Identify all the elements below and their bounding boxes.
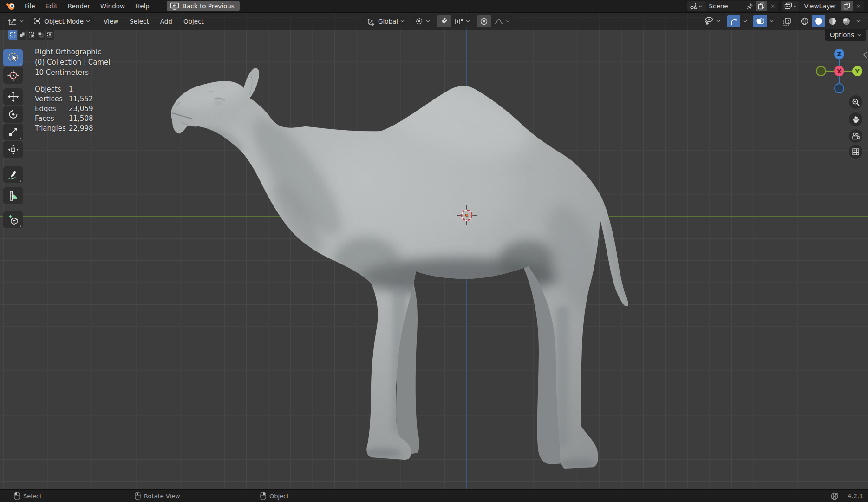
gizmo-axis-y-negative[interactable] — [816, 66, 826, 76]
menu-view[interactable]: View — [98, 18, 124, 25]
menu-object[interactable]: Object — [178, 18, 209, 25]
shading-solid-button[interactable] — [812, 15, 825, 27]
viewlayer-browse-button[interactable] — [782, 1, 799, 11]
zoom-view-button[interactable] — [849, 95, 862, 109]
eye-pointer-icon — [704, 16, 714, 26]
hint-label: Select — [23, 493, 42, 500]
tool-subtools-indicator — [20, 63, 21, 65]
network-offline-icon[interactable] — [830, 492, 839, 501]
shading-settings-chevron-icon[interactable] — [856, 20, 861, 22]
viewlayer-new-button[interactable] — [841, 1, 853, 11]
viewlayer-remove-button[interactable]: ✕ — [853, 3, 864, 10]
snap-increment-icon — [454, 17, 463, 26]
snap-toggle-button[interactable] — [437, 15, 451, 27]
menu-window[interactable]: Window — [95, 0, 130, 12]
topbar: File Edit Render Window Help Back to Pre… — [0, 0, 868, 13]
menu-edit[interactable]: Edit — [40, 0, 63, 12]
stat-faces: Faces 11,508 — [35, 114, 54, 123]
add-cube-tool-icon — [7, 214, 20, 226]
tool-subtools-indicator — [20, 137, 21, 139]
camel-model[interactable] — [0, 13, 868, 489]
viewport-editor-icon — [7, 17, 17, 26]
gizmo-settings-button[interactable] — [741, 15, 750, 27]
mode-selector-value: Object Mode — [44, 18, 84, 25]
scene-new-button[interactable] — [756, 1, 767, 11]
measure-tool-icon — [7, 190, 20, 202]
select-mode-invert[interactable] — [36, 30, 45, 40]
object-visibility-button[interactable] — [700, 15, 724, 27]
viewlayer-name-field[interactable]: ViewLayer — [799, 2, 841, 10]
camera-view-button[interactable] — [849, 129, 862, 143]
tool-measure[interactable] — [3, 187, 23, 204]
camera-icon — [851, 132, 860, 140]
proportional-falloff-button[interactable] — [491, 15, 513, 27]
stat-value: 11,552 — [69, 95, 93, 103]
version-label: 4.2.1 — [843, 492, 863, 500]
scene-selector: Scene ✕ — [687, 1, 779, 11]
select-tool-icon — [7, 52, 20, 64]
tool-scale[interactable] — [3, 124, 23, 140]
back-to-previous-button[interactable]: Back to Previous — [167, 1, 240, 11]
navigation-gizmo[interactable]: Z Y X — [816, 44, 862, 99]
pan-view-button[interactable] — [849, 112, 862, 126]
tool-transform[interactable] — [3, 141, 23, 158]
options-button[interactable]: Options — [825, 29, 866, 41]
grid-scale-label: 10 Centimeters — [35, 68, 89, 77]
shading-rendered-button[interactable] — [840, 15, 853, 27]
proportional-edit-toggle[interactable] — [477, 15, 491, 27]
show-gizmo-toggle[interactable] — [727, 15, 740, 27]
scale-tool-icon — [7, 126, 20, 138]
shading-wireframe-button[interactable] — [798, 15, 811, 27]
scene-browse-button[interactable] — [687, 1, 705, 11]
shading-material-button[interactable] — [826, 15, 839, 27]
stat-objects: Objects 1 — [35, 85, 61, 93]
select-mode-set[interactable] — [8, 30, 17, 40]
gizmo-icon — [729, 17, 738, 26]
duplicate-icon — [758, 2, 765, 10]
chevron-down-icon — [400, 20, 405, 22]
transform-orientation-selector[interactable]: Global — [363, 15, 408, 27]
select-mode-extend[interactable] — [18, 30, 26, 40]
gizmo-z-label: Z — [837, 51, 842, 58]
overlays-settings-button[interactable] — [767, 15, 776, 27]
mode-selector[interactable]: Object Mode — [30, 15, 93, 27]
sidebar-toggle-chevron-icon[interactable] — [863, 51, 868, 59]
snap-settings-button[interactable] — [451, 15, 473, 27]
chevron-down-icon — [857, 34, 861, 36]
chevron-down-icon — [506, 20, 510, 22]
move-tool-icon — [7, 91, 20, 103]
select-mode-subtract[interactable] — [27, 30, 36, 40]
hint-label: Object — [269, 493, 289, 500]
tool-annotate[interactable] — [3, 166, 23, 183]
tool-move[interactable] — [3, 88, 23, 105]
menu-add[interactable]: Add — [155, 18, 178, 25]
select-mode-intersect[interactable] — [46, 30, 54, 40]
viewlayer-icon — [784, 2, 792, 10]
scene-pin-button[interactable] — [744, 1, 756, 11]
menu-select[interactable]: Select — [124, 18, 155, 25]
scene-name-field[interactable]: Scene — [705, 2, 744, 10]
pivot-point-selector[interactable] — [411, 15, 433, 27]
menu-file[interactable]: File — [20, 0, 40, 12]
gizmo-axis-z-negative[interactable] — [835, 84, 844, 93]
magnet-icon — [440, 17, 448, 26]
select-mode-buttons — [8, 30, 54, 40]
stat-value: 11,508 — [69, 114, 93, 123]
stat-value: 1 — [69, 85, 73, 93]
menu-help[interactable]: Help — [130, 0, 155, 12]
xray-toggle[interactable] — [779, 15, 795, 27]
status-bar: Select Rotate View Object — [0, 489, 868, 502]
tool-cursor[interactable] — [3, 67, 23, 84]
scene-unlink-button[interactable]: ✕ — [767, 3, 779, 10]
show-overlays-toggle[interactable] — [753, 15, 767, 27]
toggle-projection-button[interactable] — [849, 145, 862, 159]
back-screen-icon — [170, 2, 179, 10]
blender-logo-icon[interactable] — [0, 1, 20, 11]
editor-type-button[interactable] — [4, 15, 27, 27]
tool-rotate[interactable] — [3, 106, 23, 123]
menu-render[interactable]: Render — [63, 0, 95, 12]
tool-tweak-select[interactable] — [3, 49, 23, 66]
middle-mouse-icon — [135, 492, 141, 500]
tool-add-cube[interactable] — [3, 211, 23, 228]
viewport-3d[interactable]: Object Mode View Select Add Object Globa… — [0, 13, 868, 489]
